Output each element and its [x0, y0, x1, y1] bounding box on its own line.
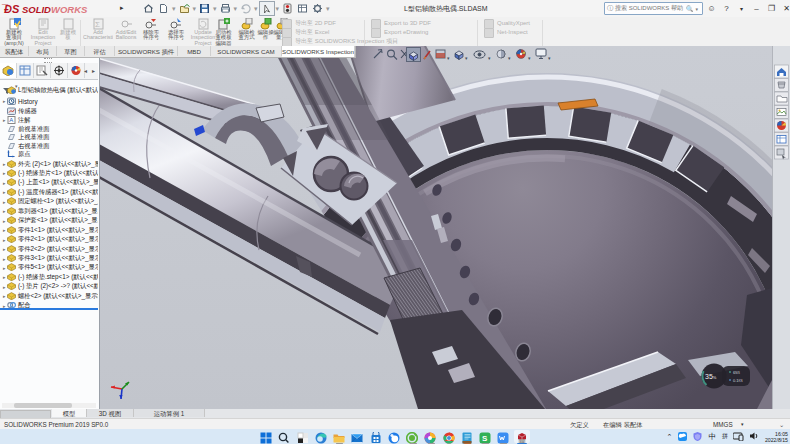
svg-text:35%: 35%	[705, 373, 717, 380]
svg-text:A: A	[9, 117, 13, 123]
svg-text:Σ: Σ	[95, 20, 100, 29]
svg-text:6N/S: 6N/S	[733, 370, 740, 375]
svg-text:0.1KN: 0.1KN	[733, 378, 742, 383]
svg-text:S: S	[482, 434, 488, 443]
